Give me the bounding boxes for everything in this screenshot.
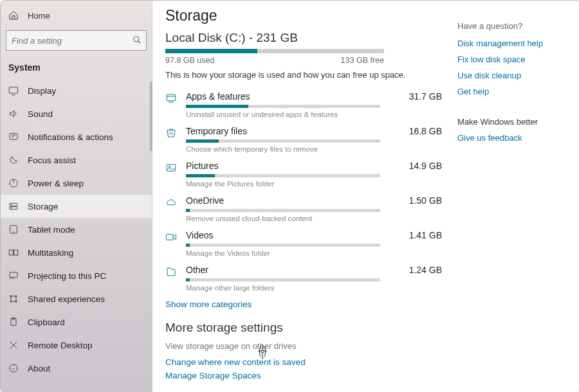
home-icon [8,10,19,21]
nav-label: Multitasking [28,248,73,258]
nav-projecting[interactable]: Projecting to this PC [1,264,152,287]
svg-rect-1 [9,87,17,93]
settings-window: Home System Display Sound Notifications … [0,0,579,392]
drive-usage-text: 97.8 GB used 133 GB free [165,56,384,65]
nav-label: About [28,364,50,373]
nav-list: Display Sound Notifications & actions Fo… [1,79,152,392]
category-bar-fill [186,244,190,247]
nav-about[interactable]: About [1,357,152,380]
nav-label: Clipboard [28,317,65,327]
search-input[interactable] [6,30,147,51]
power-icon [8,178,19,188]
sidebar-scrollbar-thumb[interactable] [150,82,152,151]
view-other-drives-link[interactable]: View storage usage on other drives [165,341,442,351]
category-bar-fill [186,139,219,143]
home-label: Home [28,11,50,21]
main-panel: Storage Local Disk (C:) - 231 GB 97.8 GB… [152,1,579,392]
free-text: 133 GB free [341,56,384,65]
more-storage-heading: More storage settings [165,321,442,335]
svg-rect-22 [167,235,174,240]
show-more-categories-link[interactable]: Show more categories [165,299,442,309]
category-icon [165,266,177,278]
category-icon [165,197,177,208]
category-list: Apps & features31.7 GBUninstall unused o… [165,87,442,296]
notifications-icon [8,132,19,142]
sound-icon [8,109,19,119]
used-text: 97.8 GB used [165,56,214,65]
search-icon [133,35,142,44]
category-bar [186,139,380,143]
category-temporary-files[interactable]: Temporary files16.8 GBChoose which tempo… [165,122,442,157]
nav-sound[interactable]: Sound [1,102,152,125]
feedback-link[interactable]: Give us feedback [457,133,567,143]
category-bar [186,105,380,108]
category-other[interactable]: Other1.24 GBManage other large folders [165,261,442,296]
svg-rect-2 [10,134,17,139]
category-videos[interactable]: Videos1.41 GBManage the Videos folder [165,226,442,261]
category-body: Videos1.41 GBManage the Videos folder [186,230,442,257]
aside-panel: Have a question? Disk management help Fi… [442,7,567,380]
category-size: 14.9 GB [409,161,442,171]
category-body: Pictures14.9 GBManage the Pictures folde… [186,161,442,188]
category-bar [186,244,380,247]
tablet-icon [8,224,19,235]
display-icon [8,85,19,96]
nav-label: Shared experiences [28,294,105,304]
category-icon [165,93,177,104]
nav-label: Focus assist [28,156,76,165]
storage-icon [8,201,19,211]
nav-display[interactable]: Display [1,79,152,102]
nav-clipboard[interactable]: Clipboard [1,310,152,334]
category-hint: Manage the Videos folder [186,249,442,257]
nav-label: Tablet mode [28,225,75,235]
category-bar-fill [186,174,215,177]
nav-shared-experiences[interactable]: Shared experiences [1,287,152,310]
category-body: Other1.24 GBManage other large folders [186,265,442,292]
category-size: 16.8 GB [409,126,442,136]
help-link[interactable]: Disk management help [457,39,567,48]
svg-point-21 [169,166,170,168]
category-size: 1.50 GB [409,195,442,206]
help-link[interactable]: Use disk cleanup [457,71,567,80]
category-pictures[interactable]: Pictures14.9 GBManage the Pictures folde… [165,157,442,192]
manage-storage-spaces-link[interactable]: Manage Storage Spaces [165,371,442,380]
svg-point-15 [15,301,17,303]
section-heading: System [1,57,152,79]
nav-remote-desktop[interactable]: Remote Desktop [1,334,152,357]
category-bar-fill [186,209,190,212]
sidebar: Home System Display Sound Notifications … [1,1,152,392]
clipboard-icon [8,317,19,327]
category-apps-features[interactable]: Apps & features31.7 GBUninstall unused o… [165,87,442,122]
category-bar [186,174,380,177]
nav-storage[interactable]: Storage [1,195,152,218]
svg-point-14 [10,301,12,303]
category-name: OneDrive [186,195,224,206]
svg-point-7 [11,208,12,208]
nav-label: Power & sleep [28,179,84,188]
search-field[interactable] [6,30,147,51]
category-size: 1.24 GB [409,265,442,275]
category-icon [165,231,177,243]
nav-multitasking[interactable]: Multitasking [1,241,152,264]
svg-point-6 [11,204,12,205]
change-save-location-link[interactable]: Change where new content is saved [165,357,442,367]
category-icon [165,127,177,139]
nav-notifications[interactable]: Notifications & actions [1,125,152,148]
category-body: OneDrive1.50 GBRemove unused cloud-backe… [186,195,442,222]
category-hint: Uninstall unused or undesired apps & fea… [186,111,442,118]
category-hint: Remove unused cloud-backed content [186,215,442,222]
help-link[interactable]: Get help [457,87,567,96]
help-link[interactable]: Fix low disk space [457,55,567,64]
nav-tablet-mode[interactable]: Tablet mode [1,218,152,241]
category-hint: Manage the Pictures folder [186,180,442,188]
category-body: Temporary files16.8 GBChoose which tempo… [186,126,442,153]
info-icon [8,363,19,373]
multitasking-icon [8,247,19,258]
category-body: Apps & features31.7 GBUninstall unused o… [186,91,442,118]
nav-label: Projecting to this PC [28,271,106,281]
home-button[interactable]: Home [1,4,152,26]
category-bar-fill [186,105,248,108]
nav-power-sleep[interactable]: Power & sleep [1,172,152,195]
category-onedrive[interactable]: OneDrive1.50 GBRemove unused cloud-backe… [165,192,442,226]
nav-focus-assist[interactable]: Focus assist [1,148,152,172]
